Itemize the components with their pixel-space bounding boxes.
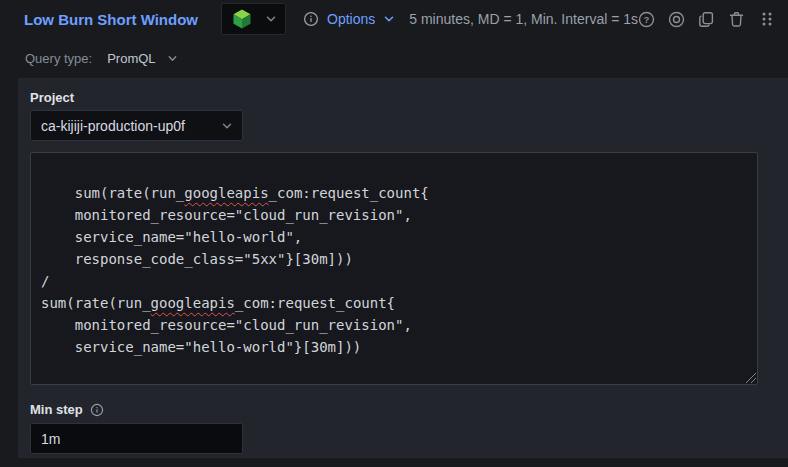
- info-circle-icon: [303, 11, 319, 27]
- options-toggle[interactable]: Options: [303, 11, 395, 27]
- project-select-value: ca-kijiji-production-up0f: [41, 118, 185, 134]
- query-type-value: PromQL: [107, 51, 155, 66]
- help-button[interactable]: ?: [638, 11, 655, 28]
- query-type-row: Query type: PromQL: [0, 38, 788, 78]
- min-step-input[interactable]: [30, 423, 243, 454]
- query-editor-card: Project ca-kijiji-production-up0f sum(ra…: [18, 78, 788, 458]
- options-summary: 5 minutes, MD = 1, Min. Interval = 1s: [409, 11, 638, 27]
- promql-query-editor[interactable]: sum(rate(run_googleapis_com:request_coun…: [30, 152, 758, 385]
- misspelled-word: googleapis: [184, 185, 268, 201]
- query-type-select[interactable]: PromQL: [107, 51, 177, 66]
- copy-icon: [698, 11, 715, 28]
- header-actions: ?: [638, 11, 781, 28]
- svg-text:?: ?: [644, 14, 650, 24]
- project-select[interactable]: ca-kijiji-production-up0f: [30, 110, 243, 141]
- chevron-down-icon: [383, 13, 395, 25]
- disable-query-button[interactable]: [668, 11, 685, 28]
- info-circle-icon[interactable]: [90, 403, 104, 417]
- trash-icon: [728, 11, 745, 28]
- query-title[interactable]: Low Burn Short Window: [24, 11, 198, 28]
- chevron-down-icon: [265, 13, 277, 25]
- min-step-field: Min step: [30, 402, 758, 454]
- project-label: Project: [30, 90, 758, 105]
- min-step-label: Min step: [30, 402, 83, 417]
- duplicate-query-button[interactable]: [698, 11, 715, 28]
- misspelled-word: googleapis: [151, 295, 235, 311]
- query-type-label: Query type:: [25, 51, 92, 66]
- record-circle-icon: [668, 11, 685, 28]
- drag-handle[interactable]: [758, 11, 775, 28]
- resize-handle[interactable]: [743, 370, 756, 383]
- delete-query-button[interactable]: [728, 11, 745, 28]
- question-circle-icon: ?: [638, 11, 655, 28]
- chevron-down-icon: [167, 53, 178, 64]
- green-cube-datasource-icon: [230, 7, 254, 31]
- query-code-text: sum(rate(run_googleapis_com:request_coun…: [41, 185, 429, 355]
- query-editor-header: Low Burn Short Window Options 5 minutes,…: [0, 0, 788, 38]
- datasource-picker[interactable]: [221, 3, 286, 35]
- min-step-label-row: Min step: [30, 402, 758, 417]
- options-label: Options: [327, 11, 375, 27]
- chevron-down-icon: [221, 120, 233, 132]
- grip-dots-icon: [760, 11, 774, 27]
